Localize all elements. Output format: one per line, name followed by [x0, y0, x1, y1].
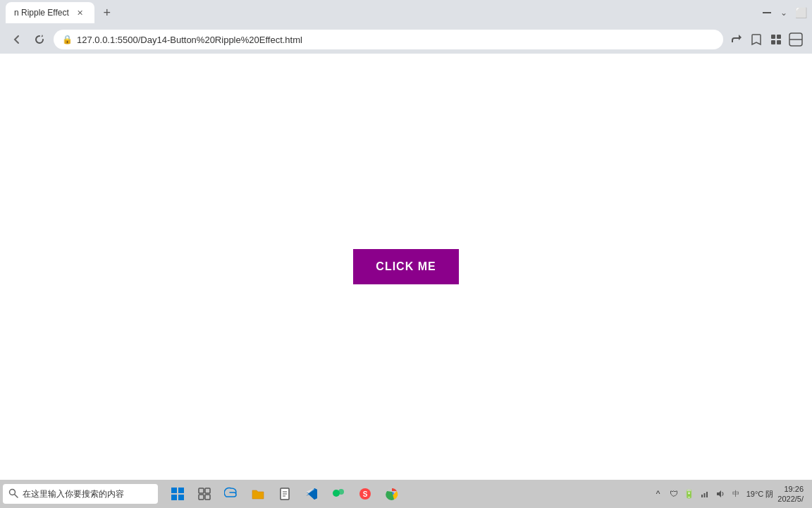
svg-rect-16 [205, 495, 210, 500]
svg-rect-4 [777, 40, 781, 44]
svg-rect-3 [771, 40, 775, 44]
taskbar-notepad-icon[interactable] [272, 481, 297, 507]
share-icon[interactable] [729, 32, 744, 47]
svg-rect-13 [199, 488, 204, 493]
tab-bar: n Ripple Effect ✕ + ⌄ ⬜ [0, 0, 812, 25]
reload-button[interactable] [31, 31, 48, 48]
svg-rect-29 [706, 492, 708, 497]
clock-date: 2022/5/ [777, 494, 804, 504]
restore-button[interactable]: ⬜ [795, 7, 806, 18]
address-actions [729, 32, 804, 47]
svg-marker-30 [717, 490, 721, 497]
active-tab[interactable]: n Ripple Effect ✕ [6, 2, 94, 23]
taskbar-edge-icon[interactable] [219, 481, 244, 507]
taskbar-clock[interactable]: 19:26 2022/5/ [777, 484, 804, 504]
window-controls: ⌄ ⬜ [761, 7, 806, 18]
system-tray: ^ 🛡 🔋 中 [652, 488, 742, 500]
taskbar-windows-icon[interactable] [165, 481, 190, 507]
back-button[interactable] [8, 31, 25, 48]
taskbar-weather: 19°C 阴 [746, 489, 774, 500]
minimize-button[interactable] [761, 7, 773, 18]
svg-rect-28 [703, 493, 705, 497]
taskbar: 在这里输入你要搜索的内容 S ^ [0, 480, 812, 508]
svg-rect-1 [771, 35, 775, 39]
page-content: CLICK ME [0, 54, 812, 480]
tray-network-icon[interactable] [699, 488, 711, 500]
click-me-button[interactable]: CLICK ME [353, 249, 458, 284]
tab-title: n Ripple Effect [14, 8, 69, 18]
lock-icon: 🔒 [62, 35, 73, 44]
taskbar-wechat-icon[interactable] [326, 481, 351, 507]
bookmark-icon[interactable] [749, 32, 764, 47]
taskbar-explorer-icon[interactable] [245, 481, 271, 507]
profile-icon[interactable] [788, 32, 804, 47]
address-bar: 🔒 127.0.0.1:5500/Day14-Button%20Ripple%2… [0, 25, 812, 54]
taskbar-right: ^ 🛡 🔋 中 19°C 阴 19:26 2022/5/ [652, 484, 809, 504]
svg-text:S: S [363, 490, 368, 498]
clock-time: 19:26 [777, 484, 804, 494]
svg-rect-0 [763, 12, 771, 13]
svg-rect-14 [205, 488, 210, 493]
svg-point-22 [338, 489, 344, 495]
svg-rect-27 [701, 495, 703, 497]
taskbar-search-text: 在这里输入你要搜索的内容 [23, 488, 124, 500]
svg-line-8 [15, 494, 18, 497]
svg-rect-11 [171, 495, 177, 500]
tray-antivirus-icon[interactable]: 🛡 [668, 488, 680, 500]
taskbar-task-view-icon[interactable] [192, 481, 217, 507]
new-tab-button[interactable]: + [97, 3, 117, 23]
taskbar-search[interactable]: 在这里输入你要搜索的内容 [3, 484, 158, 504]
browser-chrome: n Ripple Effect ✕ + ⌄ ⬜ 🔒 127.0.0.1:5500… [0, 0, 812, 54]
tab-close-button[interactable]: ✕ [75, 7, 86, 18]
svg-rect-12 [178, 495, 184, 500]
tray-ime-icon[interactable]: 中 [730, 488, 742, 500]
svg-rect-9 [171, 488, 177, 493]
svg-rect-10 [178, 488, 184, 493]
url-bar[interactable]: 🔒 127.0.0.1:5500/Day14-Button%20Ripple%2… [54, 30, 723, 49]
taskbar-vscode-icon[interactable] [299, 481, 324, 507]
svg-rect-2 [777, 35, 781, 39]
tray-volume-icon[interactable] [714, 488, 727, 500]
taskbar-chrome-icon[interactable] [379, 481, 405, 507]
svg-rect-15 [199, 495, 204, 500]
taskbar-search-icon [8, 488, 18, 500]
taskbar-app1-icon[interactable]: S [352, 481, 378, 507]
tray-chevron-icon[interactable]: ^ [652, 488, 665, 500]
extensions-icon[interactable] [768, 32, 784, 47]
taskbar-icons: S [165, 481, 405, 507]
url-text: 127.0.0.1:5500/Day14-Button%20Ripple%20E… [77, 35, 715, 45]
chevron-down-icon[interactable]: ⌄ [778, 7, 789, 18]
tray-battery-icon[interactable]: 🔋 [683, 488, 696, 500]
